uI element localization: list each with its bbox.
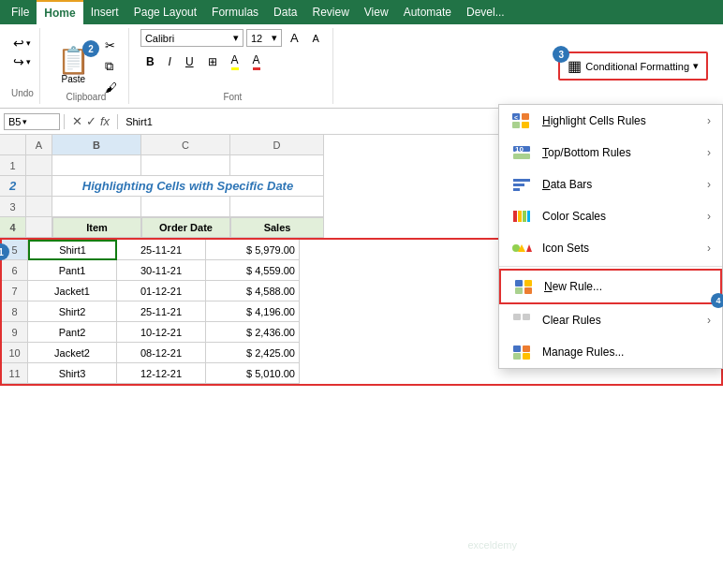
font-family-dropdown[interactable]: Calibri ▾ (140, 29, 243, 47)
cell-A2[interactable] (26, 176, 52, 197)
cf-highlight-cells-rules[interactable]: < Highlight Cells Rules › (499, 105, 722, 137)
formula-divider (64, 114, 65, 129)
cell-C7[interactable]: 01-12-21 (117, 281, 206, 301)
paste-button[interactable]: 📋 Paste 2 (52, 44, 96, 88)
top-bottom-arrow: › (707, 146, 711, 159)
formula-icons: ✕ ✓ fx (68, 114, 113, 128)
cell-C8[interactable]: 25-11-21 (117, 301, 206, 322)
conditional-formatting-button[interactable]: ▦ Conditional Formatting ▾ 3 (558, 51, 708, 81)
insert-function-icon[interactable]: fx (100, 114, 110, 128)
cell-B3[interactable] (52, 197, 141, 217)
cf-clear-rules[interactable]: Clear Rules › (499, 304, 722, 336)
cell-reference-box[interactable]: B5 ▾ (4, 113, 60, 130)
corner-cell (0, 135, 26, 155)
data-bars-icon (510, 175, 533, 194)
menu-home[interactable]: Home (37, 0, 82, 24)
cell-C6[interactable]: 30-11-21 (117, 260, 206, 281)
cf-icon-sets[interactable]: Icon Sets › (499, 232, 722, 264)
cell-A3[interactable] (26, 197, 52, 217)
shrink-font-button[interactable]: A (307, 30, 325, 47)
cell-D9[interactable]: $ 2,436.00 (206, 322, 300, 343)
cell-B11[interactable]: Shirt3 (28, 363, 117, 384)
menu-automate[interactable]: Automate (396, 0, 459, 24)
undo-button[interactable]: ↩ ▾ (11, 34, 34, 52)
top-bottom-icon: 10 (510, 143, 533, 162)
menu-insert[interactable]: Insert (83, 0, 126, 24)
data-bars-arrow: › (707, 178, 711, 191)
cut-button[interactable]: ✂ (101, 37, 121, 54)
col-header-D[interactable]: D (230, 135, 324, 155)
cf-color-scales[interactable]: Color Scales › (499, 200, 722, 232)
col-header-C[interactable]: C (141, 135, 230, 155)
cell-C11[interactable]: 12-12-21 (117, 363, 206, 384)
fill-color-button[interactable]: A (226, 51, 244, 73)
underline-button[interactable]: U (180, 52, 199, 71)
cell-C9[interactable]: 10-12-21 (117, 322, 206, 343)
cf-area: ▦ Conditional Formatting ▾ 3 (549, 28, 717, 104)
cell-B1[interactable] (52, 155, 141, 176)
cf-manage-rules[interactable]: Manage Rules... (499, 336, 722, 368)
cell-D5[interactable]: $ 5,979.00 (206, 240, 300, 260)
menu-file[interactable]: File (4, 0, 37, 24)
cell-D11[interactable]: $ 5,010.00 (206, 363, 300, 384)
cell-C4[interactable]: Order Date (141, 217, 230, 238)
cf-top-bottom-rules[interactable]: 10 Top/Bottom Rules › (499, 137, 722, 169)
col-header-A[interactable]: A (26, 135, 52, 155)
cell-B8[interactable]: Shirt2 (28, 301, 117, 322)
cancel-formula-icon[interactable]: ✕ (72, 114, 82, 128)
cell-B7[interactable]: Jacket1 (28, 281, 117, 301)
confirm-formula-icon[interactable]: ✓ (86, 114, 96, 128)
cell-D10[interactable]: $ 2,425.00 (206, 343, 300, 363)
cell-D8[interactable]: $ 4,196.00 (206, 301, 300, 322)
menu-review[interactable]: Review (304, 0, 356, 24)
cell-D6[interactable]: $ 4,559.00 (206, 260, 300, 281)
cell-B2[interactable]: Highlighting Cells with Specific Date (52, 176, 324, 197)
cell-D1[interactable] (230, 155, 324, 176)
italic-button[interactable]: I (163, 52, 177, 71)
cell-A4[interactable] (26, 217, 52, 238)
svg-marker-17 (526, 244, 532, 252)
cf-label: Conditional Formatting (585, 61, 689, 72)
menu-devel[interactable]: Devel... (459, 0, 512, 24)
cell-C3[interactable] (141, 197, 230, 217)
font-color-button[interactable]: A (247, 51, 266, 73)
cell-C5[interactable]: 25-11-21 (117, 240, 206, 260)
copy-button[interactable]: ⧉ (101, 57, 121, 76)
menu-page-layout[interactable]: Page Layout (126, 0, 204, 24)
cf-new-rule[interactable]: New Rule... 4 (499, 269, 722, 304)
svg-rect-13 (523, 211, 526, 222)
undo-arrow: ▾ (26, 38, 31, 48)
clear-rules-arrow: › (707, 314, 711, 327)
cell-B10[interactable]: Jacket2 (28, 343, 117, 363)
font-family-value: Calibri (145, 33, 174, 44)
grow-font-button[interactable]: A (285, 28, 304, 48)
redo-button[interactable]: ↪ ▾ (11, 52, 34, 71)
highlight-cells-icon: < (510, 111, 533, 130)
row-header-2: 2 (0, 176, 26, 197)
bold-button[interactable]: B (140, 52, 160, 71)
format-painter-icon: 🖌 (105, 81, 117, 95)
menu-formulas[interactable]: Formulas (204, 0, 266, 24)
cell-B5[interactable]: Shirt1 (28, 240, 117, 260)
cell-D7[interactable]: $ 4,588.00 (206, 281, 300, 301)
clipboard-group: 📋 Paste 2 ✂ ⧉ 🖌 Clipboard (44, 28, 129, 104)
cell-B9[interactable]: Pant2 (28, 322, 117, 343)
cell-C1[interactable] (141, 155, 230, 176)
font-size-dropdown[interactable]: 12 ▾ (246, 29, 282, 47)
menu-data[interactable]: Data (266, 0, 304, 24)
badge-2: 2 (82, 40, 99, 57)
new-rule-label: New Rule... (544, 280, 602, 293)
row-header-1: 1 (0, 155, 26, 176)
cf-data-bars[interactable]: Data Bars › (499, 169, 722, 200)
cell-D4[interactable]: Sales (230, 217, 324, 238)
border-button[interactable]: ⊞ (202, 52, 223, 71)
col-header-B[interactable]: B (52, 135, 141, 155)
cell-C10[interactable]: 08-12-21 (117, 343, 206, 363)
cf-dropdown-arrow: ▾ (693, 60, 699, 72)
font-size-value: 12 (251, 33, 262, 44)
cell-D3[interactable] (230, 197, 324, 217)
cell-B4[interactable]: Item (52, 217, 141, 238)
cell-A1[interactable] (26, 155, 52, 176)
cell-B6[interactable]: Pant1 (28, 260, 117, 281)
menu-view[interactable]: View (357, 0, 396, 24)
